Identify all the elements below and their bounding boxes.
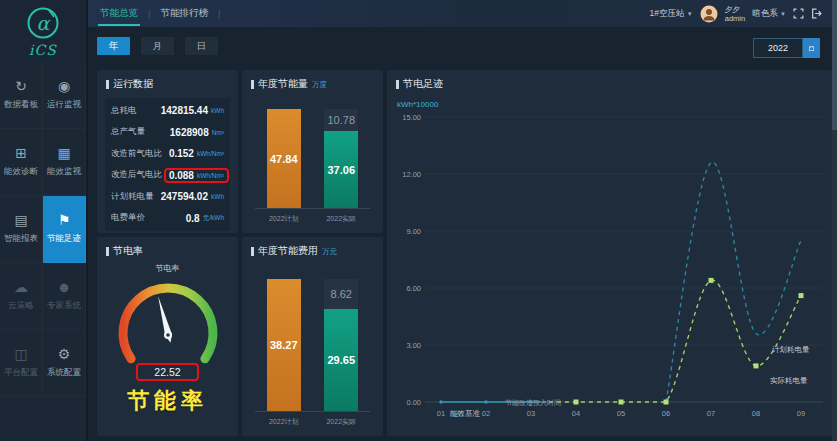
sidebar-item-label: 节能足迹 [47, 233, 81, 245]
gauge: 节电率 22.52 [97, 263, 238, 416]
calendar-icon [809, 44, 814, 53]
bar-plan-value: 38.27 [263, 339, 305, 351]
smart-report-icon: ▤ [14, 213, 27, 227]
bar-column-actual: 8.6229.65 [324, 267, 358, 411]
sidebar-item-3[interactable]: ▦能效监视 [43, 129, 86, 196]
y-tick-label: 15.00 [402, 113, 421, 122]
logo-text: iCS [29, 42, 57, 58]
sidebar-item-label: 系统配置 [47, 367, 81, 379]
brand-logo: α iCS [0, 0, 86, 62]
row-value: 247594.02 [161, 191, 208, 202]
square-marker [709, 278, 714, 283]
square-marker [799, 293, 804, 298]
bar-plan: 38.27 [267, 279, 301, 411]
header-tab-0[interactable]: 节能总览 [98, 0, 140, 27]
panel-title: 年度节能量 万度 [242, 70, 383, 91]
period-tab-1[interactable]: 月 [141, 37, 174, 55]
x-tick-label: 08 [752, 409, 760, 418]
header-tab-1[interactable]: 节能排行榜 [158, 0, 210, 27]
row-unit: 元/kWh [203, 214, 224, 223]
row-label: 总产气量 [111, 126, 170, 138]
row-unit: kWh [211, 107, 224, 114]
row-label: 计划耗电量 [111, 191, 161, 203]
gauge-value-box: 22.52 [136, 363, 198, 381]
row-value: 0.152 [169, 148, 194, 159]
sidebar-item-6[interactable]: ☁云策略 [0, 263, 43, 330]
station-selector[interactable]: 1#空压站 ▼ [649, 8, 692, 20]
x-tick-label: 07 [707, 409, 715, 418]
bar-column-plan: 38.27 [267, 267, 301, 411]
data-row: 电费单价0.8元/kWh [111, 208, 224, 230]
data-row: 总产气量1628908Nm³ [111, 122, 224, 144]
tab-separator: | [148, 8, 150, 19]
square-marker [754, 363, 759, 368]
x-tick-label: 03 [527, 409, 535, 418]
panel-title: 年度节能费用 万元 [242, 237, 383, 258]
bar-plan-value: 47.84 [263, 153, 305, 165]
y-tick-label: 0.00 [406, 398, 421, 407]
sidebar-item-9[interactable]: ⚙系统配置 [43, 330, 86, 397]
ghost-block: 8.62 [324, 279, 358, 309]
x-tick-label: 09 [797, 409, 805, 418]
retrofit-annotation: 节能改造投入时间 [505, 399, 561, 407]
sidebar-item-label: 能效诊断 [4, 166, 38, 178]
row-value: 0.088 [169, 170, 194, 181]
sidebar-item-0[interactable]: ↻数据看板 [0, 62, 43, 129]
row-label: 改造前气电比 [111, 148, 169, 160]
sidebar-item-2[interactable]: ⊞能效诊断 [0, 129, 43, 196]
period-tab-2[interactable]: 日 [185, 37, 218, 55]
header-tabs: 节能总览|节能排行榜| [98, 0, 220, 27]
system-config-gear-icon: ⚙ [58, 347, 71, 361]
data-row: 改造前气电比0.152kWh/Nm³ [111, 143, 224, 165]
sidebar-item-7[interactable]: ☻专家系统 [43, 263, 86, 330]
panel-annual-cost: 年度节能费用 万元 38.278.6229.65 2022计划2022实际 [242, 237, 383, 436]
sidebar-item-1[interactable]: ◉运行监视 [43, 62, 86, 129]
row-value: 0.8 [186, 213, 200, 224]
sidebar-item-4[interactable]: ▤智能报表 [0, 196, 43, 263]
tab-separator: | [218, 8, 220, 19]
x-tick-label: 06 [662, 409, 670, 418]
panel-unit: 万元 [322, 247, 337, 257]
user-avatar[interactable] [700, 5, 718, 23]
x-label: 2022实际 [326, 417, 356, 427]
panel-title: 运行数据 [97, 70, 238, 91]
theme-selector[interactable]: 暗色系 ▼ [752, 8, 786, 20]
sidebar-item-5[interactable]: ⚑节能足迹 [43, 196, 86, 263]
panel-saving-rate: 节电率 节电率 [97, 237, 238, 436]
calendar-button[interactable] [803, 38, 820, 58]
bar-column-plan: 47.84 [267, 100, 301, 208]
bar-column-actual: 10.7837.06 [324, 100, 358, 208]
efficiency-diagnosis-icon: ⊞ [15, 146, 27, 160]
series-label-1: 实际耗电量 [770, 376, 808, 385]
year-input[interactable] [753, 38, 803, 58]
scrollbar-thumb[interactable] [832, 0, 837, 130]
x-label: 2022实际 [326, 214, 356, 224]
gauge-label: 节电率 [156, 263, 180, 274]
sidebar-item-label: 平台配置 [4, 367, 38, 379]
theme-label: 暗色系 [752, 8, 778, 18]
sidebar-item-8[interactable]: ◫平台配置 [0, 330, 43, 397]
user-info[interactable]: 夕夕 admin [725, 5, 745, 23]
year-selector [753, 38, 820, 58]
row-value: 142815.44 [161, 105, 208, 116]
x-label: 2022计划 [269, 214, 299, 224]
title-accent-bar [396, 80, 399, 89]
bar-actual: 37.06 [324, 131, 358, 208]
logout-icon[interactable] [811, 8, 822, 19]
bar-actual-value: 29.65 [320, 354, 362, 366]
highlight-box: 0.088kWh/Nm³ [164, 168, 229, 183]
page-scrollbar[interactable] [832, 0, 837, 441]
period-controls: 年月日 [97, 37, 218, 55]
dashboard-refresh-icon: ↻ [15, 79, 27, 93]
sidebar-item-label: 能效监视 [47, 166, 81, 178]
x-label: 2022计划 [269, 417, 299, 427]
period-tab-0[interactable]: 年 [97, 37, 130, 55]
data-row: 改造后气电比0.088kWh/Nm³ [111, 165, 224, 187]
sidebar-item-label: 智能报表 [4, 233, 38, 245]
fullscreen-icon[interactable] [793, 8, 804, 19]
bar-x-labels: 2022计划2022实际 [255, 214, 370, 224]
main-content: 年月日 运行数据 总耗电142815.44kWh总产气量1628908Nm³改造… [88, 27, 832, 441]
sidebar-item-label: 数据看板 [4, 99, 38, 111]
x-tick-label: 01 [437, 409, 445, 418]
gauge-arc [106, 275, 230, 371]
